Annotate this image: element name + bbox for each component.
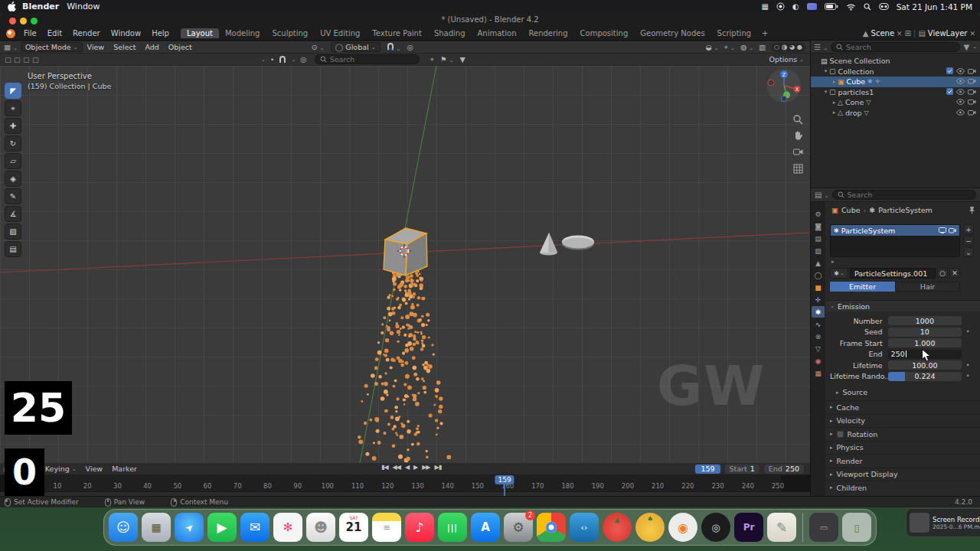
field-lifetime-rando-[interactable]: 0.224 xyxy=(888,372,962,381)
workspace-tab-animation[interactable]: Animation xyxy=(472,28,523,38)
field-frame-start[interactable]: 1.000 xyxy=(888,338,962,347)
mode-dropdown[interactable]: Object Mode⌄ xyxy=(21,42,83,52)
annotate-tool[interactable]: ✎ xyxy=(5,188,21,204)
workspace-tab-sculpting[interactable]: Sculpting xyxy=(266,28,314,38)
timeline-editor[interactable]: ◷ ⌄ ck ⌄Keying ⌄ViewMarker ▮◀ ◀◀ ◀ ▶ ▶▶ … xyxy=(0,463,810,496)
remove-slot-button[interactable]: − xyxy=(963,236,974,246)
dock-settings-icon[interactable]: ⚙2 xyxy=(504,513,533,542)
particle-slot-row[interactable]: ✱ ParticleSystem xyxy=(831,225,959,236)
outliner-editor[interactable]: ☰ ⌄ ▼ ⌄ ▤Scene Collection▾▢Collection▸▣C… xyxy=(811,41,980,187)
outliner-search-input[interactable] xyxy=(846,43,923,51)
toggle-grid-icon[interactable] xyxy=(792,162,804,174)
fake-user-button[interactable]: ○ xyxy=(937,268,948,278)
search-icon[interactable] xyxy=(864,3,871,11)
emission-panel-header[interactable]: ⌄ Emission xyxy=(825,300,980,311)
shading-wireframe-icon[interactable]: ○ xyxy=(774,44,779,51)
select-box-tool[interactable]: ◤ xyxy=(5,83,21,99)
rotate-tool[interactable]: ↻ xyxy=(5,135,21,152)
playhead[interactable]: 159 xyxy=(495,475,514,484)
prev-keyframe-button[interactable]: ◀◀ xyxy=(393,464,400,471)
jump-to-end-button[interactable]: ▶▮ xyxy=(435,464,442,471)
scene-unlink-icon[interactable]: ✕ xyxy=(897,30,903,37)
viewport-menu-object[interactable]: Object xyxy=(164,43,197,51)
panel-cache[interactable]: ▸Cache xyxy=(825,400,980,414)
current-frame-field[interactable]: 159 xyxy=(695,465,720,474)
pan-hand-icon[interactable] xyxy=(792,129,804,141)
field-seed[interactable]: 10 xyxy=(888,328,962,337)
type-hair-button[interactable]: Hair xyxy=(895,282,960,292)
wifi-icon[interactable] xyxy=(846,3,856,11)
outliner-row-scene-collection[interactable]: ▤Scene Collection xyxy=(811,56,980,67)
cube-object[interactable] xyxy=(384,228,427,276)
jump-to-start-button[interactable]: ▮◀ xyxy=(381,464,388,471)
hide-eye-icon[interactable] xyxy=(956,109,965,117)
properties-tab-texture[interactable]: ▦ xyxy=(812,367,825,379)
properties-tab-view-layer[interactable]: ▧ xyxy=(812,245,825,256)
outliner-row-collection[interactable]: ▾▢Collection xyxy=(811,67,980,77)
exclude-checkbox[interactable] xyxy=(946,88,953,96)
dock-music-icon[interactable]: ♪ xyxy=(405,513,434,542)
outliner-row-cube[interactable]: ▸▣Cube✱✛ xyxy=(811,77,980,87)
control-center-icon[interactable] xyxy=(879,3,889,10)
editor-type-icon[interactable]: ▦ ⌄ xyxy=(4,43,18,51)
snap-dropdown-icon[interactable]: ⌄ xyxy=(261,57,266,63)
proportional-dropdown-icon[interactable]: ⌄ xyxy=(291,57,296,63)
outliner-filter-icon[interactable]: ▼ xyxy=(963,43,969,51)
disable-render-icon[interactable] xyxy=(968,88,976,96)
properties-editor-type-icon[interactable]: ▤ ⌄ xyxy=(815,191,829,199)
render-toggle-icon[interactable] xyxy=(949,227,956,235)
topbar-menu-help[interactable]: Help xyxy=(146,29,175,37)
viewlayer-selector[interactable]: ViewLayer xyxy=(928,29,968,37)
dock-contacts-icon[interactable]: ☻ xyxy=(306,513,335,542)
panel-render[interactable]: ▸Render xyxy=(825,454,980,468)
disable-render-icon[interactable] xyxy=(968,67,976,76)
breadcrumb-particle-system[interactable]: ParticleSystem xyxy=(878,206,933,214)
contrast-icon[interactable]: ◐ xyxy=(792,2,799,11)
source-subpanel-header[interactable]: ▸Source xyxy=(836,388,867,396)
properties-tab-object-data[interactable]: ▽ xyxy=(812,343,825,354)
options-dropdown[interactable]: Options⌄ xyxy=(769,55,804,64)
cone-object[interactable] xyxy=(540,233,557,256)
hide-eye-icon[interactable] xyxy=(956,88,965,96)
viewport-search-input[interactable] xyxy=(330,55,414,64)
cursor-tool-icon[interactable]: ⌖ xyxy=(430,55,434,64)
dock-premiere-icon[interactable]: Pr xyxy=(734,513,763,542)
disc-object[interactable] xyxy=(562,236,594,250)
properties-search[interactable] xyxy=(832,190,976,200)
exclude-checkbox[interactable] xyxy=(946,67,953,76)
viewlayer-unlink-icon[interactable]: ✕ xyxy=(969,30,975,37)
properties-tab-tool[interactable]: ⚙ xyxy=(812,208,825,220)
blender-logo-icon[interactable] xyxy=(6,29,15,38)
play-button[interactable]: ▶ xyxy=(413,464,417,471)
shading-solid-icon[interactable]: ◑ xyxy=(782,44,787,51)
frame-start-field[interactable]: Start 1 xyxy=(725,465,760,474)
viewport-menu-view[interactable]: View xyxy=(83,43,109,51)
animate-dot-icon[interactable]: • xyxy=(962,328,974,335)
snap-point-icon[interactable]: • xyxy=(270,55,275,64)
animate-dot-icon[interactable]: • xyxy=(962,373,974,380)
topbar-menu-render[interactable]: Render xyxy=(67,29,106,37)
dock-launchpad-icon[interactable]: ▦ xyxy=(142,513,171,542)
hide-eye-icon[interactable] xyxy=(956,77,965,86)
panel-children[interactable]: ▸Children xyxy=(825,481,980,494)
workspace-tab-texture-paint[interactable]: Texture Paint xyxy=(366,28,428,38)
outliner-filter-dropdown-icon[interactable]: ⌄ xyxy=(972,44,977,50)
menubar-clock[interactable]: Sat 21 Jun 1:41 PM xyxy=(897,2,972,11)
dock-pineapple-icon[interactable]: ♠ xyxy=(635,513,665,542)
panel-viewport-display[interactable]: ▸Viewport Display xyxy=(825,468,980,481)
add-slot-button[interactable]: + xyxy=(963,224,974,234)
topbar-menu-edit[interactable]: Edit xyxy=(42,29,67,37)
add-workspace-button[interactable]: + xyxy=(757,28,773,38)
dock-tomato-icon[interactable]: ▲ xyxy=(603,513,632,542)
filter-funnel-icon[interactable]: ▼ xyxy=(459,55,465,64)
scene-new-icon[interactable]: ⊞ xyxy=(905,29,911,37)
dock-finder-icon[interactable]: ☺ xyxy=(109,513,138,542)
properties-tab-output[interactable]: ▤ xyxy=(812,233,825,244)
timeline-ruler[interactable]: 1020304050607080901001101201301401501601… xyxy=(0,475,810,491)
pivot-icon[interactable]: ⊙ ⌄ xyxy=(312,43,325,51)
workspace-tab-scripting[interactable]: Scripting xyxy=(711,28,757,38)
dock-notes-icon[interactable]: ≡ xyxy=(372,513,401,542)
workspace-tab-rendering[interactable]: Rendering xyxy=(522,28,573,38)
viewport-menu-select[interactable]: Select xyxy=(109,43,140,51)
extrude-tool[interactable]: ▤ xyxy=(5,241,21,257)
